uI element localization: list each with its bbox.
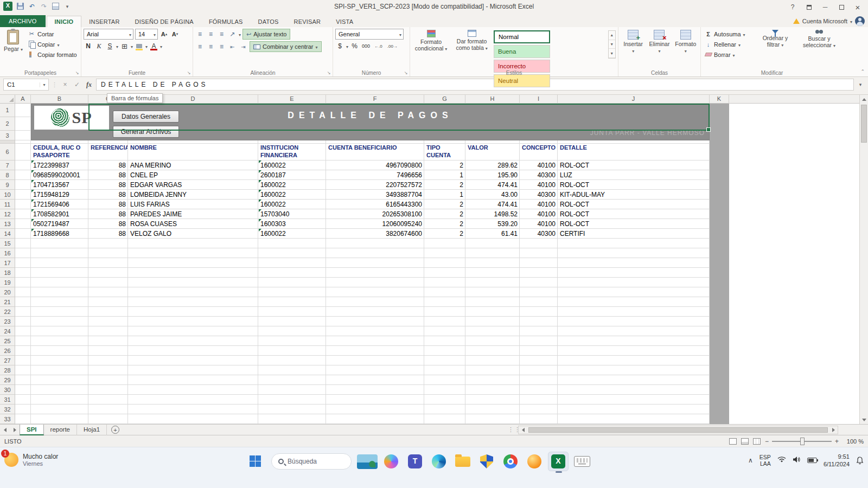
table-cell[interactable]: 61.41: [466, 229, 519, 239]
weather-widget[interactable]: 1 Mucho calor Viernes: [4, 453, 58, 467]
table-cell[interactable]: 88: [89, 219, 127, 229]
table-cell[interactable]: 2600187: [259, 170, 326, 180]
row-header-20[interactable]: 20: [0, 287, 15, 297]
table-cell[interactable]: 474.41: [466, 180, 519, 190]
table-cell[interactable]: LUZ: [558, 170, 709, 180]
wifi-icon[interactable]: [777, 456, 786, 465]
sheet-tab-reporte[interactable]: reporte: [44, 425, 77, 435]
table-cell[interactable]: 40100: [520, 160, 557, 170]
taskbar-icon-explorer[interactable]: [452, 452, 473, 471]
row-header-23[interactable]: 23: [0, 317, 15, 326]
table-cell[interactable]: LOMBEIDA JENNY: [129, 190, 258, 200]
copy-button[interactable]: Copiar: [27, 39, 79, 49]
form-button-generar-archivos[interactable]: Generar Archivos: [113, 126, 179, 138]
table-cell[interactable]: 12060095240: [327, 219, 424, 229]
tab-scroll-right-icon[interactable]: [10, 428, 20, 432]
table-cell[interactable]: 40300: [520, 170, 557, 180]
table-cell[interactable]: 2: [425, 209, 465, 219]
row-header-28[interactable]: 28: [0, 365, 15, 375]
chevron-down-icon[interactable]: [239, 30, 241, 38]
help-button[interactable]: ?: [784, 1, 801, 13]
column-header-J[interactable]: J: [558, 95, 710, 104]
row-header-13[interactable]: 13: [0, 219, 15, 229]
table-cell[interactable]: ROL-OCT: [558, 209, 709, 219]
row-header-16[interactable]: 16: [0, 248, 15, 258]
table-cell[interactable]: 1600022: [259, 229, 326, 239]
table-cell[interactable]: 88: [89, 229, 127, 239]
expand-formula-bar-icon[interactable]: ▾: [856, 82, 865, 87]
start-button[interactable]: [245, 452, 266, 471]
table-cell[interactable]: 88: [89, 180, 127, 190]
table-cell[interactable]: 0502719487: [31, 219, 88, 229]
table-cell[interactable]: 88: [89, 170, 127, 180]
table-cell[interactable]: 15703040: [259, 209, 326, 219]
align-left-icon[interactable]: [195, 42, 205, 52]
taskbar-icon-copilot[interactable]: [381, 452, 401, 471]
page-break-view-icon[interactable]: [753, 438, 761, 445]
orientation-icon[interactable]: [228, 29, 237, 39]
zoom-slider-thumb[interactable]: [800, 438, 805, 445]
row-header-8[interactable]: 8: [0, 170, 15, 180]
table-cell[interactable]: ROL-OCT: [558, 219, 709, 229]
bold-button[interactable]: N: [84, 41, 93, 51]
table-cell[interactable]: CERTIFI: [558, 229, 709, 239]
sheet-tab-spi[interactable]: SPI: [20, 425, 44, 435]
table-cell[interactable]: 3820674600: [327, 229, 424, 239]
chevron-down-icon[interactable]: ▾: [40, 82, 48, 87]
avatar[interactable]: [855, 16, 865, 26]
table-cell[interactable]: 539.20: [466, 219, 519, 229]
horizontal-scrollbar[interactable]: [518, 426, 838, 434]
row-header-2[interactable]: 2: [0, 117, 15, 131]
table-header-cell[interactable]: CEDULA, RUC O PASAPORTE: [31, 144, 88, 160]
cell-style-good[interactable]: Buena: [494, 45, 550, 58]
table-cell[interactable]: 2: [425, 160, 465, 170]
table-cell[interactable]: 40300: [520, 229, 557, 239]
normal-view-icon[interactable]: [729, 438, 737, 445]
row-header-19[interactable]: 19: [0, 278, 15, 287]
cell-style-normal[interactable]: Normal: [494, 30, 550, 43]
table-cell[interactable]: 2: [425, 229, 465, 239]
table-cell[interactable]: PAREDES JAIME: [129, 209, 258, 219]
table-cell[interactable]: ROL-OCT: [558, 180, 709, 190]
row-header-29[interactable]: 29: [0, 375, 15, 385]
ribbon-tab-archivo[interactable]: ARCHIVO: [0, 15, 46, 27]
table-cell[interactable]: 40100: [520, 180, 557, 190]
row-header-22[interactable]: 22: [0, 307, 15, 317]
table-cell[interactable]: 40300: [520, 190, 557, 200]
row-header-7[interactable]: 7: [0, 160, 15, 170]
increase-indent-icon[interactable]: [239, 42, 248, 52]
taskbar-icon-teams[interactable]: [405, 452, 425, 471]
new-sheet-button[interactable]: [111, 426, 119, 434]
comma-format-button[interactable]: 000: [361, 41, 371, 51]
taskbar-icon-keyboard[interactable]: [572, 452, 592, 471]
fill-button[interactable]: Rellenar: [703, 39, 753, 49]
language-indicator[interactable]: ESP LAA: [760, 454, 771, 467]
column-header-B[interactable]: B: [31, 95, 88, 104]
select-all-button[interactable]: [0, 95, 15, 104]
column-header-A[interactable]: A: [15, 95, 31, 104]
table-cell[interactable]: 40100: [520, 219, 557, 229]
chevron-down-icon[interactable]: [116, 42, 118, 50]
table-cell[interactable]: 40100: [520, 209, 557, 219]
row-header-11[interactable]: 11: [0, 200, 15, 209]
dialog-launcher-icon[interactable]: [74, 70, 80, 76]
table-cell[interactable]: 4967090800: [327, 160, 424, 170]
table-cell[interactable]: 88: [89, 160, 127, 170]
font-size-select[interactable]: 14: [135, 29, 158, 40]
autosum-button[interactable]: Autosuma: [703, 29, 753, 39]
tab-scroll-left-icon[interactable]: [0, 428, 10, 432]
row-header-24[interactable]: 24: [0, 326, 15, 336]
column-header-K[interactable]: K: [710, 95, 729, 104]
gallery-down-icon[interactable]: ▼: [609, 40, 615, 49]
table-cell[interactable]: 1704713567: [31, 180, 88, 190]
name-box[interactable]: C1 ▾: [3, 79, 49, 91]
taskbar-icon-excel[interactable]: [548, 452, 569, 471]
taskbar-icon-edge[interactable]: [429, 452, 449, 471]
table-cell[interactable]: 1708582901: [31, 209, 88, 219]
row-header-32[interactable]: 32: [0, 404, 15, 414]
column-header-F[interactable]: F: [326, 95, 424, 104]
currency-format-button[interactable]: $: [335, 41, 344, 51]
table-header-cell[interactable]: DETALLE: [558, 144, 709, 160]
table-cell[interactable]: 1600022: [259, 160, 326, 170]
table-cell[interactable]: 88: [89, 200, 127, 209]
